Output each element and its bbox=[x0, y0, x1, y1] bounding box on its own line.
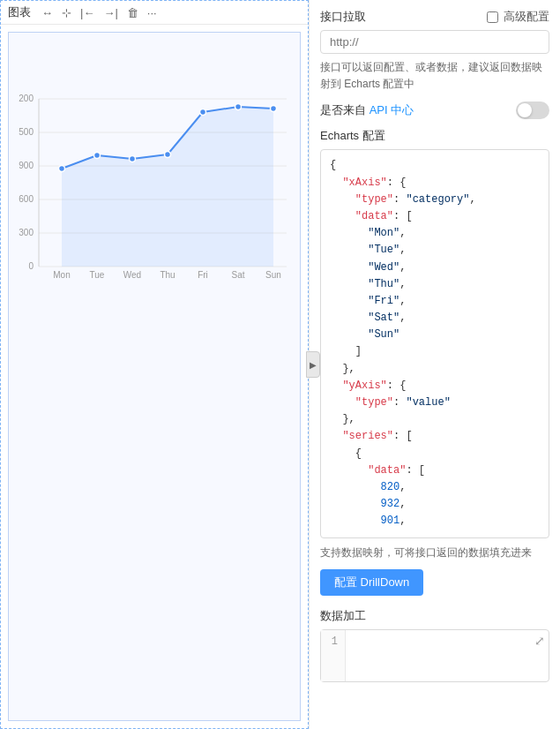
support-hint: 支持数据映射，可将接口返回的数据填充进来 bbox=[320, 545, 549, 560]
more-icon[interactable]: ··· bbox=[146, 6, 159, 19]
right-border-icon[interactable]: →| bbox=[101, 6, 119, 19]
url-input[interactable] bbox=[320, 30, 549, 54]
svg-point-24 bbox=[200, 109, 206, 116]
chart-container: 0 300 600 900 500 200 Mon Tue Wed bbox=[8, 32, 301, 721]
delete-icon[interactable]: 🗑 bbox=[125, 6, 140, 19]
svg-point-20 bbox=[59, 166, 65, 172]
interface-section-row: 接口拉取 高级配置 bbox=[320, 0, 549, 30]
svg-text:Sun: Sun bbox=[265, 270, 281, 280]
chart-label: 图表 bbox=[8, 4, 31, 20]
data-process-label: 数据加工 bbox=[320, 608, 549, 624]
from-api-label: 是否来自 API 中心 bbox=[320, 102, 414, 118]
code-content[interactable] bbox=[346, 630, 549, 681]
svg-text:Sat: Sat bbox=[231, 270, 244, 280]
svg-text:Thu: Thu bbox=[160, 270, 175, 280]
move-icon[interactable]: ↔ bbox=[40, 6, 55, 19]
api-center-link[interactable]: API 中心 bbox=[370, 103, 414, 116]
svg-point-21 bbox=[94, 153, 101, 159]
drilldown-button[interactable]: 配置 DrillDown bbox=[320, 569, 423, 596]
svg-text:Mon: Mon bbox=[53, 270, 70, 280]
chart-area: 0 300 600 900 500 200 Mon Tue Wed bbox=[18, 41, 291, 280]
svg-point-25 bbox=[235, 104, 242, 110]
svg-text:0: 0 bbox=[28, 261, 34, 271]
echarts-label: Echarts 配置 bbox=[320, 128, 549, 144]
svg-point-26 bbox=[271, 106, 277, 112]
svg-text:500: 500 bbox=[19, 127, 34, 137]
align-icon[interactable]: ⊹ bbox=[60, 6, 73, 19]
right-panel: 接口拉取 高级配置 接口可以返回配置、或者数据，建议返回数据映射到 Echart… bbox=[309, 0, 560, 729]
line-numbers: 1 bbox=[321, 630, 346, 681]
left-panel: 图表 ↔ ⊹ |← →| 🗑 ··· 0 300 600 900 500 200 bbox=[0, 0, 309, 729]
advanced-config-label: 高级配置 bbox=[504, 9, 549, 25]
svg-text:Tue: Tue bbox=[90, 270, 105, 280]
left-border-icon[interactable]: |← bbox=[78, 6, 96, 19]
svg-text:200: 200 bbox=[19, 94, 34, 103]
svg-text:600: 600 bbox=[19, 194, 34, 204]
hint-text: 接口可以返回配置、或者数据，建议返回数据映射到 Echarts 配置中 bbox=[320, 59, 549, 93]
svg-point-22 bbox=[130, 156, 136, 162]
collapse-button[interactable]: ▶ bbox=[306, 351, 320, 378]
svg-text:900: 900 bbox=[19, 161, 34, 170]
expand-icon[interactable]: ⤢ bbox=[534, 634, 545, 648]
toggle-switch[interactable] bbox=[516, 101, 549, 119]
svg-text:300: 300 bbox=[19, 228, 34, 237]
code-editor[interactable]: 1 ⤢ bbox=[320, 629, 549, 682]
chart-toolbar: 图表 ↔ ⊹ |← →| 🗑 ··· bbox=[1, 1, 308, 25]
chart-svg: 0 300 600 900 500 200 Mon Tue Wed bbox=[18, 41, 291, 280]
json-editor[interactable]: { "xAxis": { "type": "category", "data":… bbox=[320, 149, 549, 537]
from-api-row: 是否来自 API 中心 bbox=[320, 101, 549, 119]
advanced-config-checkbox[interactable] bbox=[487, 11, 498, 23]
svg-text:Fri: Fri bbox=[198, 270, 208, 280]
advanced-config-row: 高级配置 bbox=[487, 9, 549, 25]
interface-label: 接口拉取 bbox=[320, 9, 366, 25]
svg-text:Wed: Wed bbox=[123, 270, 141, 280]
svg-point-23 bbox=[165, 152, 171, 158]
